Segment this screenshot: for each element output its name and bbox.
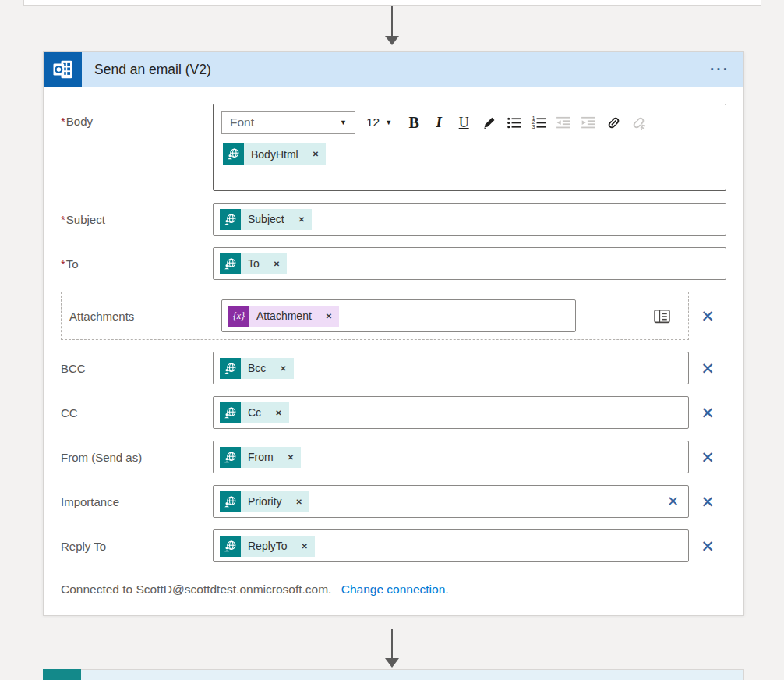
- outlook-icon: [44, 52, 82, 87]
- remove-cc-field-button[interactable]: ✕: [701, 405, 715, 421]
- dynamic-content-icon: [220, 358, 241, 379]
- required-marker: *: [61, 115, 65, 128]
- unlink-button[interactable]: [628, 111, 648, 134]
- token-remove-icon[interactable]: ✕: [275, 409, 281, 417]
- field-row-attachments: Attachments {x} Attachment ✕: [61, 292, 726, 340]
- field-label-replyto: Reply To: [61, 540, 213, 553]
- remove-attachments-field-button[interactable]: ✕: [701, 308, 715, 324]
- remove-bcc-field-button[interactable]: ✕: [701, 360, 715, 377]
- chevron-down-icon: ▼: [385, 119, 392, 126]
- token-label: ReplyTo: [241, 536, 295, 557]
- token-label: Subject: [241, 209, 291, 230]
- link-button[interactable]: [603, 111, 623, 134]
- connected-account-text: Connected to ScottD@scottdtest.onmicroso…: [61, 583, 331, 596]
- field-label-body: *Body: [61, 104, 213, 128]
- from-input[interactable]: From ✕: [213, 441, 689, 473]
- expression-fx-icon: {x}: [228, 306, 249, 327]
- dynamic-token-to[interactable]: To ✕: [220, 253, 287, 274]
- indent-button[interactable]: [578, 111, 599, 134]
- remove-replyto-field-button[interactable]: ✕: [701, 538, 715, 554]
- token-remove-icon[interactable]: ✕: [326, 312, 332, 321]
- change-connection-link[interactable]: Change connection.: [341, 583, 449, 596]
- body-richtext-editor[interactable]: Font ▼ 12 ▼ B I U: [213, 104, 726, 191]
- next-card-icon: [43, 669, 81, 680]
- field-label-from: From (Send as): [61, 451, 213, 464]
- font-size-select[interactable]: 12 ▼: [366, 115, 392, 129]
- subject-input[interactable]: Subject ✕: [213, 203, 726, 236]
- action-title: Send an email (V2): [94, 62, 211, 78]
- dynamic-token-priority[interactable]: Priority ✕: [220, 491, 309, 512]
- dynamic-token-from[interactable]: From ✕: [220, 447, 301, 468]
- highlight-pen-button[interactable]: [479, 111, 499, 134]
- field-label-bcc: BCC: [61, 362, 213, 375]
- next-card-edge: [43, 669, 744, 680]
- token-remove-icon[interactable]: ✕: [298, 215, 305, 224]
- next-card-header-edge: [81, 669, 744, 680]
- token-remove-icon[interactable]: ✕: [296, 498, 302, 506]
- dynamic-content-icon: [220, 253, 241, 274]
- dynamic-content-icon: [220, 536, 241, 557]
- switch-to-array-icon[interactable]: [653, 307, 671, 325]
- required-marker: *: [61, 257, 65, 271]
- dynamic-token-cc[interactable]: Cc ✕: [220, 402, 289, 423]
- dynamic-token-replyto[interactable]: ReplyTo ✕: [220, 536, 315, 557]
- richtext-toolbar: Font ▼ 12 ▼ B I U: [214, 104, 726, 140]
- token-remove-icon[interactable]: ✕: [313, 150, 319, 158]
- token-remove-icon[interactable]: ✕: [288, 453, 294, 462]
- bullet-list-button[interactable]: [503, 111, 524, 134]
- body-editor-content[interactable]: BodyHtml ✕: [214, 140, 726, 175]
- svg-text:3: 3: [531, 123, 535, 129]
- field-row-cc: CC Cc ✕: [61, 396, 726, 429]
- connector-arrowhead-top: [385, 36, 399, 45]
- to-input[interactable]: To ✕: [213, 247, 726, 280]
- token-label: To: [241, 253, 267, 274]
- dynamic-token-bodyhtml[interactable]: BodyHtml ✕: [223, 143, 326, 165]
- dynamic-content-icon: [220, 209, 241, 230]
- token-remove-icon[interactable]: ✕: [274, 260, 280, 268]
- token-label: Bcc: [241, 358, 273, 379]
- token-remove-icon[interactable]: ✕: [280, 364, 286, 373]
- connector-arrowhead-bottom: [385, 658, 399, 668]
- numbered-list-button[interactable]: 1 2 3: [528, 111, 549, 134]
- field-label-importance: Importance: [61, 495, 213, 508]
- field-row-body: *Body Font ▼ 12 ▼ B I U: [61, 104, 726, 191]
- underline-button[interactable]: U: [454, 111, 474, 134]
- chevron-down-icon: ▼: [340, 119, 347, 126]
- dynamic-content-icon: [220, 491, 241, 512]
- clear-importance-icon[interactable]: ✕: [667, 493, 679, 510]
- remove-from-field-button[interactable]: ✕: [701, 449, 715, 466]
- dynamic-content-icon: [220, 447, 241, 468]
- field-label-subject: *Subject: [61, 213, 213, 226]
- attachments-input[interactable]: {x} Attachment ✕: [221, 299, 576, 332]
- action-card-header[interactable]: Send an email (V2) ···: [44, 52, 743, 87]
- dynamic-content-icon: [223, 143, 244, 165]
- field-row-to: *To To ✕: [61, 247, 726, 280]
- outdent-button[interactable]: [553, 111, 574, 134]
- field-row-bcc: BCC Bcc ✕: [61, 352, 726, 384]
- importance-input[interactable]: Priority ✕ ✕: [213, 485, 689, 518]
- connection-footer: Connected to ScottD@scottdtest.onmicroso…: [61, 583, 726, 597]
- dynamic-token-bcc[interactable]: Bcc ✕: [220, 358, 294, 379]
- token-label: BodyHtml: [244, 143, 305, 165]
- bold-button[interactable]: B: [404, 111, 424, 134]
- cc-input[interactable]: Cc ✕: [213, 396, 689, 429]
- dynamic-token-subject[interactable]: Subject ✕: [220, 209, 312, 230]
- font-family-select[interactable]: Font ▼: [221, 111, 355, 134]
- token-label: Attachment: [249, 306, 319, 327]
- previous-card-edge: [23, 0, 761, 6]
- replyto-input[interactable]: ReplyTo ✕: [213, 529, 689, 562]
- italic-button[interactable]: I: [429, 111, 449, 134]
- action-menu-button[interactable]: ···: [696, 52, 743, 87]
- send-email-action-card: Send an email (V2) ··· *Body Font ▼ 12: [43, 51, 744, 616]
- bcc-input[interactable]: Bcc ✕: [213, 352, 689, 384]
- token-remove-icon[interactable]: ✕: [302, 542, 308, 551]
- field-row-from: From (Send as) From ✕: [61, 441, 726, 473]
- field-label-to: *To: [61, 257, 213, 271]
- token-label: Cc: [241, 402, 268, 423]
- expression-token-attachment[interactable]: {x} Attachment ✕: [228, 306, 339, 327]
- remove-importance-field-button[interactable]: ✕: [701, 494, 715, 510]
- token-label: Priority: [241, 491, 289, 512]
- field-row-subject: *Subject Subject ✕: [61, 203, 726, 236]
- connector-arrow-bottom: [391, 629, 393, 658]
- action-card-body: *Body Font ▼ 12 ▼ B I U: [44, 87, 743, 615]
